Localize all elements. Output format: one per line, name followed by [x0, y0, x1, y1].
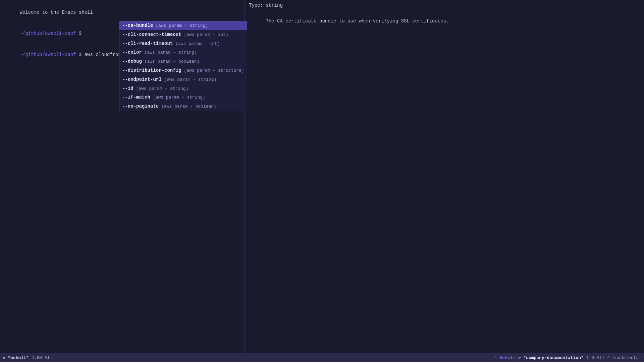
param-name-6: --endpoint-url	[122, 77, 162, 82]
mode-caret-right: ^	[607, 355, 610, 360]
param-meta-4: (aws param - boolean)	[142, 59, 200, 64]
status-bar: ▣ *eshell* 4:60 All ^ Eshell ⚙ *company-…	[0, 353, 644, 362]
autocomplete-item-1[interactable]: --cli-connect-timeout (aws param - int)	[119, 30, 247, 39]
prompt-path-1: ~/github/awscli-capf	[19, 31, 76, 36]
param-meta-5: (aws param - structure)	[181, 68, 244, 73]
param-name-8: --if-match	[122, 95, 150, 100]
autocomplete-item-6[interactable]: --endpoint-url (aws param - string)	[119, 75, 247, 84]
param-name-2: --cli-read-timeout	[122, 41, 173, 46]
eshell-mode-label: Eshell	[499, 355, 515, 360]
param-name-7: --id	[122, 86, 133, 91]
eshell-pane: Welcome to the Emacs shell ~/github/awsc…	[0, 0, 245, 353]
status-left: ▣ *eshell* 4:60 All ^ Eshell	[3, 355, 515, 360]
autocomplete-item-4[interactable]: --debug (aws param - boolean)	[119, 57, 247, 66]
welcome-line: Welcome to the Emacs shell	[3, 2, 242, 23]
param-name-5: --distribution-config	[122, 68, 181, 73]
doc-description-text: The CA certificate bundle to use when ve…	[266, 18, 449, 24]
eshell-buffer-name[interactable]: *eshell*	[8, 355, 29, 360]
eshell-position: 4:60 All	[32, 355, 52, 360]
param-meta-0: (aws param - string)	[153, 23, 208, 28]
eshell-status-icon: ▣	[3, 355, 5, 360]
status-divider	[517, 354, 517, 361]
doc-type-label: Type: string	[249, 3, 640, 8]
autocomplete-item-2[interactable]: --cli-read-timeout (aws param - int)	[119, 39, 247, 48]
param-meta-1: (aws param - int)	[181, 32, 228, 37]
autocomplete-item-9[interactable]: --no-paginate (aws param - boolean)	[119, 102, 247, 111]
fundamental-mode-label: Fundamental	[612, 355, 641, 360]
param-meta-7: (aws param - string)	[133, 86, 189, 91]
param-name-4: --debug	[122, 59, 142, 64]
doc-buffer-name[interactable]: *company-documentation*	[523, 355, 583, 360]
param-meta-3: (aws param - string)	[142, 50, 197, 55]
autocomplete-item-8[interactable]: --if-match (aws param - string)	[119, 93, 247, 102]
param-meta-2: (aws param - int)	[173, 41, 220, 46]
param-name-3: --color	[122, 50, 142, 55]
param-name-9: --no-paginate	[122, 104, 159, 109]
param-meta-9: (aws param - boolean)	[159, 104, 216, 109]
doc-description: The CA certificate bundle to use when ve…	[249, 11, 640, 32]
param-name-0: --ca-bundle	[122, 23, 153, 28]
doc-status-icon: ⚙	[518, 355, 521, 360]
autocomplete-item-3[interactable]: --color (aws param - string)	[119, 48, 247, 57]
doc-position: 1:0 All	[586, 355, 605, 360]
autocomplete-item-5[interactable]: --distribution-config (aws param - struc…	[119, 66, 247, 75]
prompt-dollar-2: $	[76, 52, 84, 57]
welcome-text: Welcome to the Emacs shell	[19, 10, 93, 15]
prompt-path-2: ~/github/awscli-capf	[19, 52, 76, 57]
autocomplete-item-7[interactable]: --id (aws param - string)	[119, 84, 247, 93]
param-name-1: --cli-connect-timeout	[122, 32, 181, 37]
mode-caret-left: ^	[494, 355, 497, 360]
param-meta-8: (aws param - string)	[150, 95, 205, 100]
status-right: ⚙ *company-documentation* 1:0 All ^ Fund…	[518, 355, 641, 360]
autocomplete-item-0[interactable]: --ca-bundle (aws param - string)	[119, 21, 247, 30]
prompt-dollar-1: $	[76, 31, 84, 36]
documentation-pane: Type: string The CA certificate bundle t…	[245, 0, 644, 353]
param-meta-6: (aws param - string)	[162, 77, 217, 82]
autocomplete-dropdown[interactable]: --ca-bundle (aws param - string)--cli-co…	[119, 21, 247, 111]
